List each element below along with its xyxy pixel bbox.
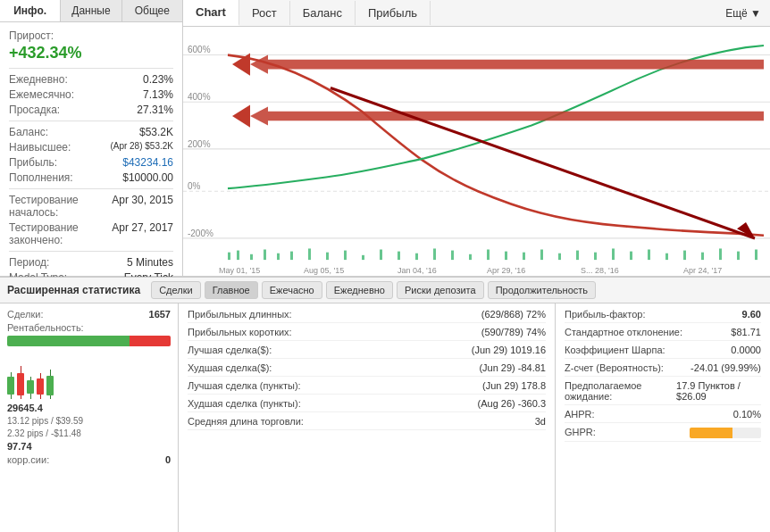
tab-main[interactable]: Главное — [205, 281, 258, 299]
candle-4 — [37, 373, 44, 399]
val1-stat: 29645.4 — [7, 403, 171, 413]
right-stat-0-value: 9.60 — [742, 309, 761, 320]
svg-rect-10 — [228, 253, 230, 260]
progress-green — [7, 336, 130, 346]
tab-chart[interactable]: Chart — [183, 0, 239, 26]
stat-row-3-value: (Jun 29) -84.81 — [479, 362, 546, 373]
svg-rect-12 — [250, 254, 253, 260]
tab-balance[interactable]: Баланс — [290, 1, 356, 25]
right-stat-0: Прибыль-фактор: 9.60 — [565, 309, 761, 323]
svg-rect-29 — [540, 250, 543, 261]
tab-growth[interactable]: Рост — [239, 1, 290, 25]
test-start-label: Тестирование началось: — [9, 194, 103, 219]
right-stat-5-label: AHPR: — [565, 409, 595, 420]
right-stat-2-value: 0.0000 — [731, 345, 761, 355]
stats-title: Расширенная статистика — [7, 284, 140, 296]
monthly-value: 7.13% — [143, 88, 173, 101]
svg-text:0%: 0% — [188, 181, 200, 191]
right-stat-6: GHPR: — [565, 427, 761, 442]
stat-row-5-label: Худшая сделка (пункты): — [188, 398, 301, 409]
val2: 13.12 pips / $39.59 — [7, 416, 83, 426]
monthly-label: Ежемесячно: — [9, 88, 74, 101]
chart-svg: 600% 400% 200% 0% -200% — [183, 27, 770, 276]
tab-profit[interactable]: Прибыль — [356, 1, 431, 25]
tab-duration[interactable]: Продолжительность — [488, 281, 596, 299]
drawdown-value: 27.31% — [137, 104, 173, 116]
svg-rect-30 — [558, 254, 561, 260]
deposit-value: $10000.00 — [122, 171, 173, 184]
right-panel: Chart Рост Баланс Прибыль Ещё ▼ 600% 400… — [183, 0, 770, 276]
right-stat-1-label: Стандартное отклонение: — [565, 327, 682, 337]
balance-row: Баланс: $53.2K — [9, 126, 173, 138]
svg-text:-200%: -200% — [188, 229, 213, 238]
right-stat-4-label: Предполагаемое ожидание: — [565, 380, 676, 402]
svg-rect-21 — [398, 252, 400, 260]
svg-line-52 — [331, 87, 755, 237]
tab-info[interactable]: Инфо. — [0, 0, 61, 21]
svg-text:600%: 600% — [188, 45, 211, 54]
daily-value: 0.23% — [143, 73, 173, 86]
stat-row-4-label: Лучшая сделка (пункты): — [188, 380, 301, 391]
bottom-section: Расширенная статистика Сделки Главное Еж… — [0, 277, 770, 532]
test-end-label: Тестирование закончено: — [9, 221, 103, 246]
main-container: Инфо. Данные Общее Прирост: +432.34% Еже… — [0, 0, 770, 532]
left-panel-content: Прирост: +432.34% Ежедневно: 0.23% Ежеме… — [0, 22, 182, 312]
stat-row-5: Худшая сделка (пункты): (Aug 26) -360.3 — [188, 398, 546, 412]
profitability-bar — [7, 336, 171, 346]
kor-value: 0 — [165, 454, 171, 465]
chart-area: 600% 400% 200% 0% -200% — [183, 27, 770, 276]
deals-label: Сделки: — [7, 309, 44, 320]
stats-header: Расширенная статистика Сделки Главное Еж… — [0, 278, 770, 303]
svg-rect-14 — [277, 254, 280, 260]
stats-right: Прибыль-фактор: 9.60 Стандартное отклоне… — [556, 303, 770, 532]
tab-daily[interactable]: Ежедневно — [326, 281, 393, 299]
tab-deposit-risk[interactable]: Риски депозита — [397, 281, 484, 299]
right-stat-3-value: -24.01 (99.99%) — [690, 362, 761, 373]
tab-general[interactable]: Общее — [122, 0, 182, 21]
profitability-stat: Рентабельность: — [7, 322, 171, 333]
right-stat-3-label: Z-счет (Вероятность): — [565, 362, 664, 373]
kor-label: корр.сии: — [7, 454, 49, 465]
svg-rect-17 — [326, 253, 329, 260]
svg-rect-41 — [755, 250, 757, 261]
svg-rect-34 — [630, 252, 632, 260]
right-stat-4: Предполагаемое ожидание: 17.9 Пунктов / … — [565, 380, 761, 405]
svg-rect-23 — [433, 248, 436, 260]
top-section: Инфо. Данные Общее Прирост: +432.34% Еже… — [0, 0, 770, 277]
stat-row-0: Прибыльных длинных: (629/868) 72% — [188, 309, 546, 323]
svg-rect-33 — [612, 248, 615, 260]
stat-row-3: Худшая сделка($): (Jun 29) -84.81 — [188, 362, 546, 377]
right-stat-1: Стандартное отклонение: $81.71 — [565, 327, 761, 341]
candle-1 — [7, 372, 14, 399]
svg-text:May 01, '15: May 01, '15 — [219, 266, 260, 275]
stat-row-4: Лучшая сделка (пункты): (Jun 29) 178.8 — [188, 380, 546, 395]
stat-row-0-label: Прибыльных длинных: — [188, 309, 292, 320]
profit-label: Прибыль: — [9, 156, 57, 169]
tab-deals[interactable]: Сделки — [151, 281, 201, 299]
svg-rect-20 — [380, 250, 382, 261]
stat-row-4-value: (Jun 29) 178.8 — [482, 380, 546, 391]
stat-row-3-label: Худшая сделка($): — [188, 362, 272, 373]
candlestick-area — [7, 350, 171, 399]
stats-body: Сделки: 1657 Рентабельность: — [0, 303, 770, 532]
test-start-value: Apr 30, 2015 — [112, 194, 173, 206]
test-end-row: Тестирование закончено: Apr 27, 2017 — [9, 221, 173, 246]
right-stat-0-label: Прибыль-фактор: — [565, 309, 646, 320]
progress-red — [130, 336, 171, 346]
right-stat-6-label: GHPR: — [565, 427, 596, 438]
deals-stat: Сделки: 1657 — [7, 309, 171, 320]
tab-data[interactable]: Данные — [61, 0, 121, 21]
period-value: 5 Minutes — [127, 256, 173, 269]
right-stat-3: Z-счет (Вероятность): -24.01 (99.99%) — [565, 362, 761, 377]
svg-text:Jan 04, '16: Jan 04, '16 — [398, 266, 437, 275]
stat-row-0-value: (629/868) 72% — [481, 309, 546, 320]
chart-tabs: Chart Рост Баланс Прибыль Ещё ▼ — [183, 0, 770, 27]
profitability-label: Рентабельность: — [7, 322, 84, 333]
more-button[interactable]: Ещё ▼ — [716, 3, 770, 24]
left-panel: Инфо. Данные Общее Прирост: +432.34% Еже… — [0, 0, 183, 276]
tab-hourly[interactable]: Ежечасно — [262, 281, 322, 299]
stat-row-6-label: Средняя длина торговли: — [188, 416, 304, 427]
stat-row-1-label: Прибыльных коротких: — [188, 327, 292, 337]
growth-row: Прирост: +432.34% — [9, 29, 173, 62]
right-stat-6-value — [690, 427, 761, 438]
